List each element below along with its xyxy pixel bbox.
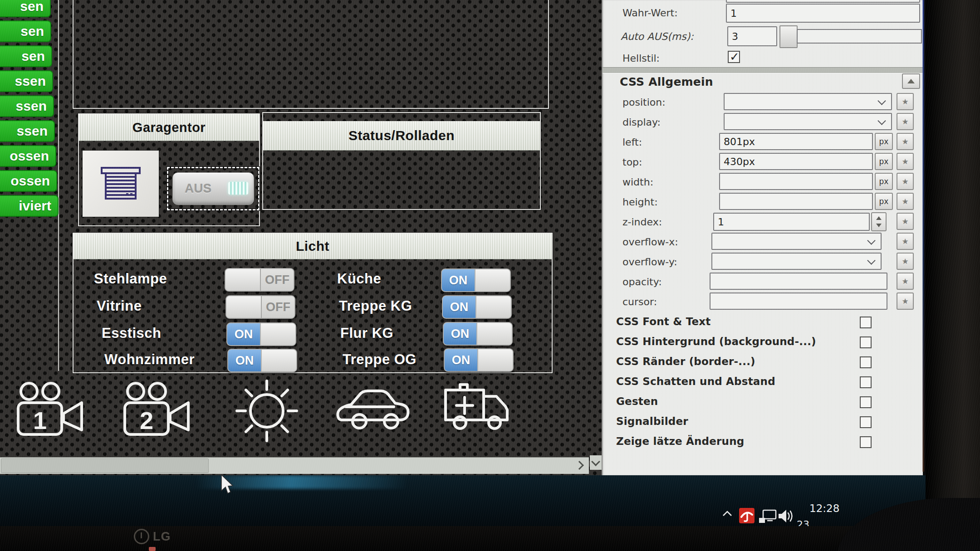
z-index-spinner[interactable] (871, 212, 887, 231)
camera-2-button[interactable]: 2 (119, 380, 196, 438)
spin-down-icon (876, 224, 882, 227)
aus-button[interactable]: AUS (172, 172, 254, 205)
favorite-star-button[interactable] (897, 233, 914, 250)
taskbar-clock[interactable]: 12:28 (809, 502, 839, 514)
toggle-treppe-og[interactable]: ON (444, 348, 514, 372)
favorite-star-button[interactable] (897, 113, 914, 130)
scroll-right-button[interactable] (573, 458, 588, 472)
unit-px-button[interactable]: px (875, 153, 893, 170)
toggle-kueche[interactable]: ON (441, 268, 511, 292)
auto-aus-slider-thumb[interactable] (779, 25, 798, 48)
scroll-up-button[interactable] (902, 73, 920, 89)
top-input[interactable] (719, 153, 873, 170)
css-row-label: top: (622, 156, 642, 168)
editor-selection-rect[interactable]: AUS (167, 167, 260, 210)
toggle-state: ON (442, 269, 475, 291)
section-zeige-aenderung[interactable]: Zeige lätze Änderung (616, 435, 744, 447)
section-gesten[interactable]: Gesten (616, 395, 658, 407)
status-button[interactable]: sen (0, 0, 51, 17)
status-button[interactable]: ossen (0, 170, 57, 192)
car-button[interactable] (335, 384, 413, 434)
status-button[interactable]: ssen (0, 120, 55, 142)
tray-avira-button[interactable] (739, 508, 755, 523)
overflow-y-select[interactable] (711, 253, 882, 270)
toggle-stehlampe[interactable]: OFF (225, 268, 294, 292)
status-button[interactable]: iviert (0, 195, 59, 217)
canvas-horizontal-scrollbar[interactable] (0, 457, 589, 474)
section-checkbox[interactable] (860, 356, 872, 368)
mouse-cursor (220, 474, 234, 495)
section-checkbox[interactable] (860, 396, 872, 408)
section-css-font-text[interactable]: CSS Font & Text (616, 316, 711, 327)
status-button[interactable]: sen (0, 45, 52, 67)
toggle-vitrine[interactable]: OFF (225, 295, 295, 319)
section-signalbilder[interactable]: Signalbilder (616, 415, 688, 427)
unit-label: px (879, 197, 889, 206)
opacity-input[interactable] (710, 273, 887, 290)
favorite-star-button[interactable] (897, 213, 914, 230)
section-css-raender[interactable]: CSS Ränder (border-...) (616, 356, 755, 367)
height-input[interactable] (719, 193, 873, 210)
favorite-star-button[interactable] (897, 93, 914, 110)
css-row-label: opacity: (622, 276, 662, 288)
section-checkbox[interactable] (860, 336, 872, 348)
status-button[interactable]: ossen (0, 145, 56, 167)
favorite-star-button[interactable] (897, 253, 914, 270)
tray-chevron-up-button[interactable] (722, 510, 733, 520)
status-button[interactable]: ssen (0, 95, 54, 117)
section-css-hintergrund[interactable]: CSS Hintergrund (background-...) (616, 336, 816, 347)
favorite-star-button[interactable] (897, 133, 914, 150)
aus-button-indicator (228, 182, 248, 195)
section-css-schatten[interactable]: CSS Schatten und Abstand (616, 375, 775, 387)
unit-px-button[interactable]: px (875, 193, 893, 210)
unit-px-button[interactable]: px (875, 133, 893, 150)
auto-aus-label: Auto AUS(ms): (621, 31, 694, 42)
camera-1-button[interactable]: 1 (13, 380, 90, 438)
css-row-label: position: (622, 97, 666, 108)
tray-network-button[interactable] (758, 509, 777, 527)
garage-door-tile[interactable] (83, 151, 159, 217)
width-input[interactable] (719, 173, 873, 190)
chevron-down-icon (591, 457, 600, 466)
scroll-down-button[interactable] (590, 455, 602, 470)
editor-canvas[interactable]: sen sen sen ssen ssen ssen ossen ossen i… (0, 0, 602, 475)
auto-aus-input[interactable] (727, 26, 777, 46)
toggle-treppe-kg[interactable]: ON (442, 295, 512, 319)
panel-divider (603, 67, 923, 73)
photo-of-monitor: sen sen sen ssen ssen ssen ossen ossen i… (0, 0, 980, 551)
sun-button[interactable] (232, 377, 301, 444)
tray-volume-button[interactable] (778, 508, 795, 526)
licht-label-treppe-og: Treppe OG (343, 349, 416, 371)
wahr-wert-input[interactable] (726, 4, 920, 23)
section-checkbox[interactable] (860, 317, 872, 328)
favorite-star-button[interactable] (897, 293, 914, 310)
display-select[interactable] (724, 113, 892, 130)
hellstil-checkbox[interactable] (728, 51, 740, 63)
position-select[interactable] (724, 93, 892, 110)
panel-status-rolladen: Status/Rolladen (262, 112, 541, 210)
toggle-wohnzimmer[interactable]: ON (227, 349, 297, 372)
status-button[interactable]: sen (0, 20, 51, 42)
ambulance-button[interactable] (441, 379, 519, 436)
scrollbar-thumb[interactable] (1, 458, 209, 473)
overflow-x-select[interactable] (711, 233, 882, 250)
status-button[interactable]: ssen (0, 70, 53, 92)
favorite-star-button[interactable] (897, 153, 914, 170)
toggle-esstisch[interactable]: ON (226, 322, 296, 346)
cursor-input[interactable] (710, 293, 887, 310)
favorite-star-button[interactable] (897, 193, 914, 210)
status-button-label: sen (20, 24, 44, 39)
auto-aus-slider-track[interactable] (797, 29, 922, 44)
css-row-label: overflow-x: (622, 236, 678, 248)
favorite-star-button[interactable] (897, 273, 914, 290)
unit-px-button[interactable]: px (875, 173, 893, 190)
left-input[interactable] (719, 133, 873, 150)
toggle-flur-kg[interactable]: ON (443, 322, 513, 346)
section-checkbox[interactable] (860, 376, 872, 388)
unit-label: px (879, 137, 889, 146)
section-checkbox[interactable] (860, 436, 872, 448)
section-checkbox[interactable] (860, 416, 872, 428)
z-index-input[interactable] (713, 213, 870, 231)
favorite-star-button[interactable] (897, 173, 914, 190)
cutoff-input[interactable] (726, 0, 920, 3)
